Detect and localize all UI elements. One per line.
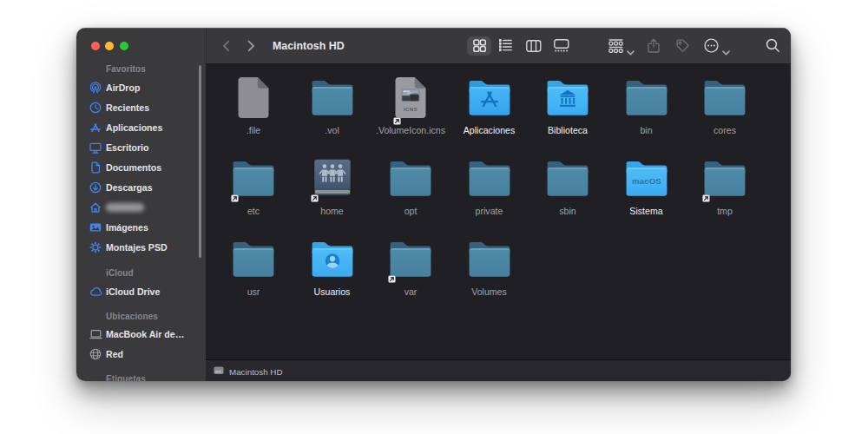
svg-text:macOS: macOS xyxy=(632,175,661,185)
svg-text:ICNS: ICNS xyxy=(404,106,418,112)
